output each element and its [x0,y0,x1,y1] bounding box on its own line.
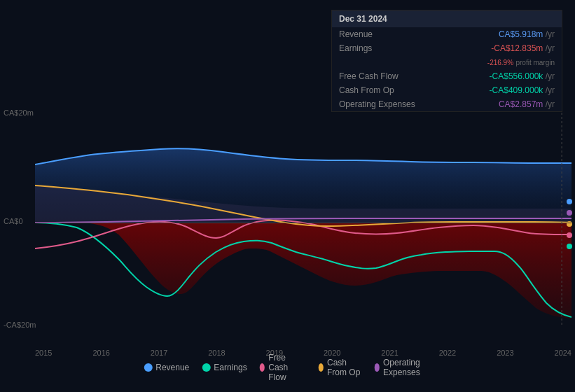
tooltip-label-cashfromop: Cash From Op [332,83,452,97]
legend-label-revenue: Revenue [155,363,189,372]
x-label-2015: 2015 [35,349,52,357]
tooltip-label-margin [332,55,452,69]
legend-item-opex: Operating Expenses [374,358,431,377]
x-label-2016: 2016 [92,349,109,357]
y-label-bot: -CA$20m [4,321,36,329]
chart-legend: Revenue Earnings Free Cash Flow Cash Fro… [144,353,431,382]
tooltip-value-opex: CA$2.857m /yr [452,97,562,111]
legend-label-cashfromop: Cash From Op [327,358,361,377]
legend-label-earnings: Earnings [214,363,247,372]
zero-line [35,223,571,223]
tooltip-value-margin: -216.9% profit margin [452,55,562,69]
tooltip-label-fcf: Free Cash Flow [332,69,452,83]
right-dot-revenue [567,199,572,204]
tooltip-row-fcf: Free Cash Flow -CA$556.000k /yr [332,69,562,83]
tooltip-date: Dec 31 2024 [332,10,562,27]
tooltip-label-opex: Operating Expenses [332,97,452,111]
right-dot-fcf [567,232,572,238]
tooltip-row-margin: -216.9% profit margin [332,55,562,69]
earnings-fill [35,223,571,318]
chart-svg [35,108,571,326]
legend-item-earnings: Earnings [202,363,247,372]
tooltip-row-earnings: Earnings -CA$12.835m /yr [332,41,562,55]
data-tooltip: Dec 31 2024 Revenue CA$5.918m /yr Earnin… [331,10,562,112]
tooltip-table: Revenue CA$5.918m /yr Earnings -CA$12.83… [332,27,562,111]
tooltip-value-fcf: -CA$556.000k /yr [452,69,562,83]
tooltip-value-earnings: -CA$12.835m /yr [452,41,562,55]
legend-item-cashfromop: Cash From Op [318,358,361,377]
legend-label-opex: Operating Expenses [383,358,431,377]
right-dot-opex [567,210,572,216]
x-label-2022: 2022 [439,349,456,357]
legend-dot-opex [374,363,380,372]
legend-dot-fcf [260,363,265,372]
legend-dot-cashfromop [318,363,324,372]
y-label-top: CA$20m [4,108,34,117]
legend-dot-revenue [144,363,152,372]
legend-label-fcf: Free Cash Flow [268,353,305,382]
tooltip-label-earnings: Earnings [332,41,452,55]
legend-dot-earnings [202,363,210,372]
x-label-2023: 2023 [497,349,513,357]
tooltip-row-opex: Operating Expenses CA$2.857m /yr [332,97,562,111]
tooltip-label-revenue: Revenue [332,27,452,41]
tooltip-row-cashfromop: Cash From Op -CA$409.000k /yr [332,83,562,97]
x-label-2024: 2024 [555,349,571,357]
legend-item-fcf: Free Cash Flow [260,353,306,382]
tooltip-value-revenue: CA$5.918m /yr [452,27,562,41]
tooltip-value-cashfromop: -CA$409.000k /yr [452,83,562,97]
legend-item-revenue: Revenue [144,363,189,372]
right-edge-labels [567,199,572,249]
y-label-mid: CA$0 [4,217,23,225]
tooltip-row-revenue: Revenue CA$5.918m /yr [332,27,562,41]
right-dot-earnings [567,244,572,249]
